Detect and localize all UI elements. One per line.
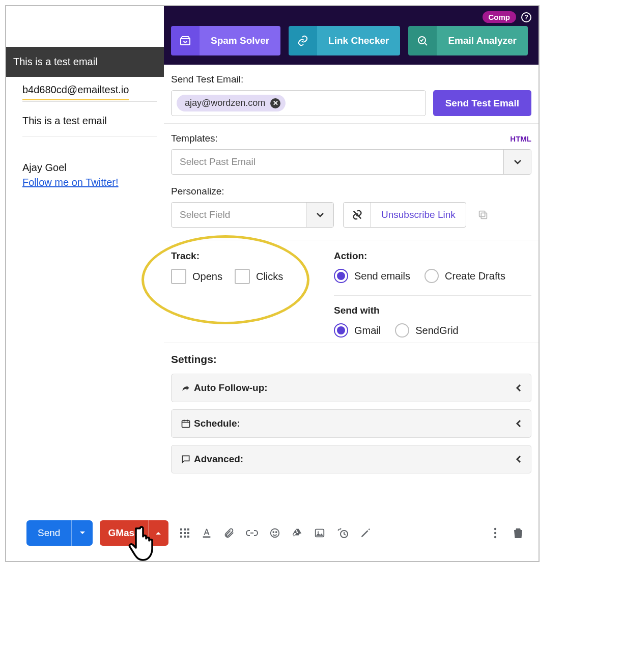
analyzer-icon (408, 26, 437, 55)
calendar-icon (181, 418, 194, 429)
share-icon (181, 383, 194, 393)
panel-header: Comp ? Spam Solver Link Checker (164, 6, 539, 65)
email-analyzer-button[interactable]: Email Analyzer (408, 26, 527, 55)
advanced-accordion[interactable]: Advanced: (171, 445, 531, 473)
copy-icon[interactable] (477, 202, 489, 228)
emoji-icon[interactable] (269, 527, 280, 539)
unlink-icon[interactable] (344, 203, 371, 227)
chat-icon (181, 454, 194, 464)
app-frame: This is a test email b4d680cd@emailtest.… (5, 5, 540, 562)
attach-icon[interactable] (223, 527, 235, 539)
send-test-email-button[interactable]: Send Test Email (433, 90, 531, 116)
signature-twitter-link[interactable]: Follow me on Twitter! (22, 177, 119, 188)
svg-rect-4 (180, 528, 182, 530)
svg-rect-11 (184, 536, 186, 538)
action-label: Action: (334, 250, 531, 262)
settings-section: Settings: Auto Follow-up: Schedule: (164, 343, 539, 488)
drive-icon[interactable] (292, 527, 303, 539)
chip-remove-icon[interactable]: ✕ (270, 98, 280, 108)
image-icon[interactable] (314, 527, 325, 539)
track-action-section: Track: Opens Clicks Action: (164, 240, 539, 343)
gmass-panel: Comp ? Spam Solver Link Checker (164, 6, 539, 505)
schedule-icon[interactable] (336, 527, 349, 539)
link-checker-button[interactable]: Link Checker (289, 26, 400, 55)
compose-toolbar: Send GMass (6, 505, 539, 561)
to-address[interactable]: b4d680cd@emailtest.io (22, 77, 129, 100)
content-row: This is a test email b4d680cd@emailtest.… (6, 6, 539, 505)
send-button[interactable]: Send (26, 520, 71, 546)
test-email-input[interactable]: ajay@wordzen.com ✕ (171, 90, 426, 116)
email-chip: ajay@wordzen.com ✕ (177, 95, 286, 111)
format-tool-group (180, 527, 371, 539)
svg-point-22 (494, 536, 496, 538)
svg-rect-1 (481, 213, 487, 218)
compose-subject-text: This is a test email (13, 56, 98, 67)
gmass-dropdown[interactable] (148, 520, 168, 546)
send-dropdown[interactable] (71, 520, 93, 546)
svg-point-15 (273, 531, 274, 533)
inbox-icon (171, 26, 200, 55)
svg-rect-8 (184, 532, 186, 534)
gmass-button[interactable]: GMass (100, 520, 148, 546)
svg-rect-12 (187, 536, 189, 538)
chevron-down-icon[interactable] (503, 150, 531, 174)
svg-point-14 (270, 529, 279, 538)
more-icon[interactable] (494, 527, 497, 539)
spam-solver-button[interactable]: Spam Solver (171, 26, 280, 55)
clicks-checkbox[interactable]: Clicks (235, 269, 283, 284)
send-emails-radio[interactable]: Send emails (334, 269, 410, 283)
svg-point-20 (494, 528, 496, 530)
svg-rect-10 (180, 536, 182, 538)
gmail-radio[interactable]: Gmail (334, 323, 381, 338)
link-icon (289, 26, 317, 55)
formatting-icon[interactable] (180, 528, 190, 538)
trash-icon[interactable] (513, 527, 523, 539)
send-test-section: Send Test Email: ajay@wordzen.com ✕ Send… (164, 65, 539, 124)
templates-select[interactable]: Select Past Email (171, 149, 531, 175)
svg-point-21 (494, 532, 496, 534)
send-test-label: Send Test Email: (171, 74, 531, 85)
schedule-accordion[interactable]: Schedule: (171, 409, 531, 438)
text-color-icon[interactable] (201, 527, 212, 539)
compose-subject-bar: This is a test email (6, 47, 164, 77)
unsubscribe-box: Unsubscribe Link (343, 202, 466, 228)
pen-icon[interactable] (360, 527, 371, 539)
compose-preview: This is a test email b4d680cd@emailtest.… (6, 6, 164, 505)
svg-rect-6 (187, 528, 189, 530)
html-link[interactable]: HTML (510, 134, 531, 143)
signature-name: Ajay Goel (22, 136, 157, 177)
sendgrid-radio[interactable]: SendGrid (395, 323, 459, 338)
chevron-left-icon (516, 419, 522, 428)
track-label: Track: (171, 250, 314, 262)
help-icon[interactable]: ? (521, 12, 531, 22)
unsubscribe-link[interactable]: Unsubscribe Link (371, 209, 466, 220)
svg-rect-5 (184, 528, 186, 530)
svg-point-16 (276, 531, 277, 533)
insert-link-icon[interactable] (246, 527, 258, 539)
svg-rect-7 (180, 532, 182, 534)
svg-rect-13 (203, 536, 210, 538)
templates-label: Templates: (171, 133, 218, 144)
send-with-label: Send with (334, 305, 531, 316)
personalize-select[interactable]: Select Field (171, 202, 334, 228)
chevron-down-icon[interactable] (306, 203, 333, 227)
svg-rect-9 (187, 532, 189, 534)
personalize-label: Personalize: (171, 186, 531, 197)
chevron-left-icon (516, 384, 522, 392)
compose-body-subject[interactable]: This is a test email (22, 102, 157, 136)
svg-rect-2 (479, 211, 485, 217)
templates-section: Templates: HTML Select Past Email Person… (164, 124, 539, 240)
settings-label: Settings: (171, 353, 531, 366)
svg-point-18 (318, 531, 319, 533)
create-drafts-radio[interactable]: Create Drafts (424, 269, 505, 283)
comp-badge[interactable]: Comp (483, 11, 517, 23)
svg-rect-3 (182, 421, 190, 427)
auto-followup-accordion[interactable]: Auto Follow-up: (171, 374, 531, 402)
opens-checkbox[interactable]: Opens (171, 269, 222, 284)
chevron-left-icon (516, 455, 522, 463)
